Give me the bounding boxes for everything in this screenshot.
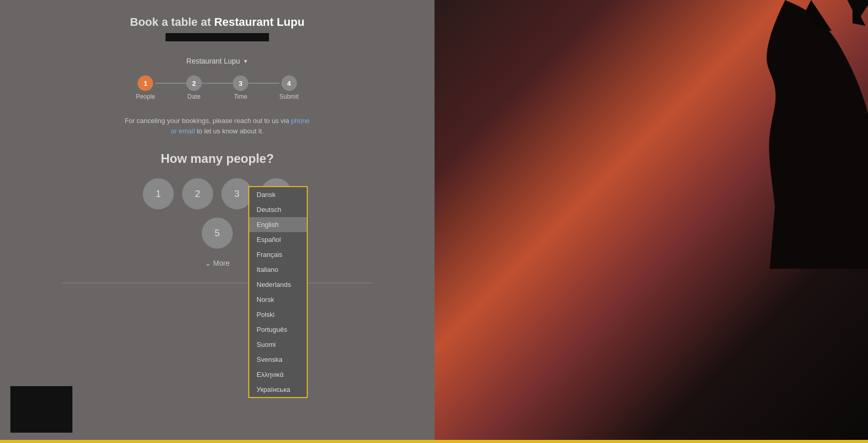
step-date[interactable]: 2 Date bbox=[186, 75, 202, 100]
people-btn-3[interactable]: 3 bbox=[221, 178, 252, 209]
step-circle-4: 4 bbox=[281, 75, 297, 91]
step-line-2 bbox=[202, 83, 233, 84]
page-title: Book a table at Restaurant Lupu bbox=[130, 16, 304, 29]
left-panel: Book a table at Restaurant Lupu Restaura… bbox=[0, 0, 435, 443]
lang-polski[interactable]: Polski bbox=[249, 307, 307, 322]
yellow-bottom-bar bbox=[0, 440, 868, 443]
people-btn-5[interactable]: 5 bbox=[202, 218, 233, 249]
lang-norsk[interactable]: Norsk bbox=[249, 292, 307, 307]
lang-suomi[interactable]: Suomi bbox=[249, 337, 307, 352]
language-dropdown[interactable]: Dansk Deutsch English Español Français I… bbox=[248, 186, 308, 398]
lang-deutsch[interactable]: Deutsch bbox=[249, 202, 307, 217]
right-panel bbox=[435, 0, 868, 443]
lang-portugues[interactable]: Português bbox=[249, 322, 307, 337]
step-line-3 bbox=[248, 83, 279, 84]
more-link[interactable]: ⌄ More bbox=[205, 259, 230, 267]
lang-svenska[interactable]: Svenska bbox=[249, 352, 307, 367]
step-circle-2: 2 bbox=[186, 75, 202, 91]
chevron-down-icon: ⌄ bbox=[205, 259, 211, 267]
step-submit[interactable]: 4 Submit bbox=[279, 75, 298, 100]
caret-icon: ▼ bbox=[243, 58, 248, 64]
divider bbox=[62, 283, 372, 283]
section-title: How many people? bbox=[161, 151, 274, 166]
logo-area bbox=[10, 386, 72, 433]
step-time[interactable]: 3 Time bbox=[233, 75, 248, 100]
lang-ukrainian[interactable]: Українська bbox=[249, 382, 307, 397]
lang-dansk[interactable]: Dansk bbox=[249, 187, 307, 202]
step-line-1 bbox=[155, 83, 186, 84]
step-circle-1: 1 bbox=[138, 75, 153, 91]
lang-nederlands[interactable]: Nederlands bbox=[249, 277, 307, 292]
lang-italiano[interactable]: Italiano bbox=[249, 262, 307, 277]
cancel-notice: For canceling your bookings, please reac… bbox=[124, 116, 310, 136]
restaurant-selector[interactable]: Restaurant Lupu ▼ bbox=[186, 57, 248, 65]
people-btn-1[interactable]: 1 bbox=[143, 178, 174, 209]
lang-espanol[interactable]: Español bbox=[249, 232, 307, 247]
people-btn-2[interactable]: 2 bbox=[182, 178, 213, 209]
lang-greek[interactable]: Ελληνικά bbox=[249, 367, 307, 382]
lang-english[interactable]: English bbox=[249, 217, 307, 232]
lang-francais[interactable]: Français bbox=[249, 247, 307, 262]
title-bar-decoration bbox=[166, 33, 269, 41]
step-circle-3: 3 bbox=[233, 75, 248, 91]
animal-silhouette bbox=[692, 0, 868, 269]
step-people[interactable]: 1 People bbox=[136, 75, 155, 100]
steps-container: 1 People 2 Date 3 Time 4 Submit bbox=[136, 75, 299, 100]
